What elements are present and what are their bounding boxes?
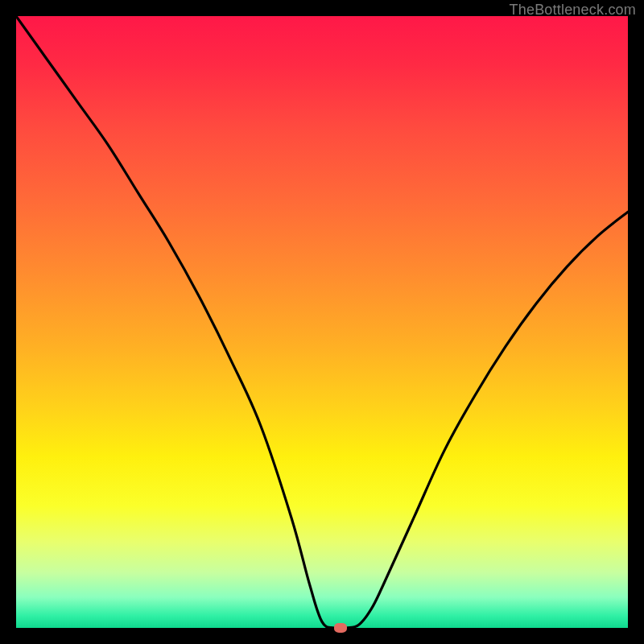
- chart-frame: TheBottleneck.com: [0, 0, 644, 644]
- bottleneck-curve: [16, 16, 628, 628]
- optimum-marker: [334, 623, 347, 633]
- plot-area: [16, 16, 628, 628]
